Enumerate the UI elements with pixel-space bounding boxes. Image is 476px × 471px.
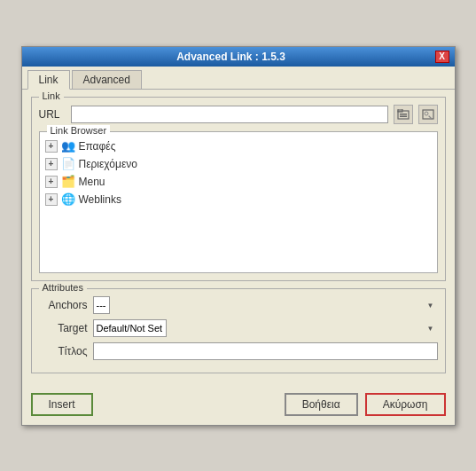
attributes-section: Attributes Anchors --- Target Default/No… [31, 288, 446, 373]
tab-link[interactable]: Link [27, 70, 70, 90]
label-menu: Menu [79, 176, 105, 188]
browse-button-2[interactable] [418, 105, 438, 124]
window-title: Advanced Link : 1.5.3 [27, 51, 435, 63]
tab-bar: Link Advanced [22, 67, 455, 90]
link-browser: Link Browser + 👥 Επαφές + 📄 Περιεχόμενο … [39, 131, 438, 273]
icon-weblinks: 🌐 [61, 192, 75, 207]
close-button[interactable]: X [435, 51, 449, 63]
dialog-window: Advanced Link : 1.5.3 X Link Advanced Li… [21, 46, 456, 426]
url-input[interactable] [71, 106, 388, 123]
titlos-row: Τίτλος [39, 342, 438, 360]
browse-icon-2 [422, 109, 434, 120]
target-row: Target Default/Not Set _blank _self _par… [39, 319, 438, 337]
label-epafes: Επαφές [79, 140, 116, 153]
anchors-select[interactable]: --- [93, 296, 110, 314]
insert-button[interactable]: Insert [31, 393, 93, 416]
svg-rect-3 [400, 115, 407, 117]
url-label: URL [39, 108, 66, 121]
target-select-wrapper: Default/Not Set _blank _self _parent _to… [93, 319, 438, 337]
target-label: Target [39, 322, 88, 334]
help-button[interactable]: Βοήθεια [285, 393, 358, 416]
svg-rect-2 [400, 114, 407, 115]
expand-icon-weblinks[interactable]: + [45, 193, 58, 206]
icon-menu: 🗂️ [61, 175, 75, 189]
anchors-row: Anchors --- [39, 296, 438, 314]
tab-content: Link URL [22, 90, 455, 388]
svg-point-5 [425, 112, 428, 115]
attributes-section-label: Attributes [39, 282, 87, 293]
expand-icon-menu[interactable]: + [45, 176, 58, 188]
tree-item-menu[interactable]: + 🗂️ Menu [45, 173, 432, 191]
link-section-label: Link [39, 90, 64, 101]
link-section: Link URL [31, 97, 446, 281]
browse-icon-1 [397, 109, 410, 120]
tree-item-epafes[interactable]: + 👥 Επαφές [45, 137, 432, 155]
anchors-select-wrapper: --- [93, 296, 438, 314]
tree-item-periexomeno[interactable]: + 📄 Περιεχόμενο [45, 155, 432, 173]
url-row: URL [39, 105, 438, 124]
icon-periexomeno: 📄 [61, 157, 75, 171]
label-periexomeno: Περιεχόμενο [79, 158, 137, 170]
right-buttons: Βοήθεια Ακύρωση [285, 393, 446, 416]
link-browser-label: Link Browser [47, 125, 111, 136]
tree-item-weblinks[interactable]: + 🌐 Weblinks [45, 191, 432, 208]
titlos-label: Τίτλος [39, 345, 88, 357]
tab-advanced[interactable]: Advanced [72, 70, 142, 89]
target-select[interactable]: Default/Not Set _blank _self _parent _to… [93, 319, 167, 337]
browse-button-1[interactable] [394, 105, 413, 124]
title-bar: Advanced Link : 1.5.3 X [22, 47, 455, 67]
titlos-input[interactable] [93, 342, 438, 360]
expand-icon-periexomeno[interactable]: + [45, 158, 58, 170]
label-weblinks: Weblinks [79, 193, 121, 206]
icon-epafes: 👥 [61, 139, 75, 153]
cancel-button[interactable]: Ακύρωση [365, 393, 446, 416]
expand-icon-epafes[interactable]: + [45, 140, 58, 153]
footer: Insert Βοήθεια Ακύρωση [22, 388, 455, 425]
anchors-label: Anchors [39, 299, 88, 311]
